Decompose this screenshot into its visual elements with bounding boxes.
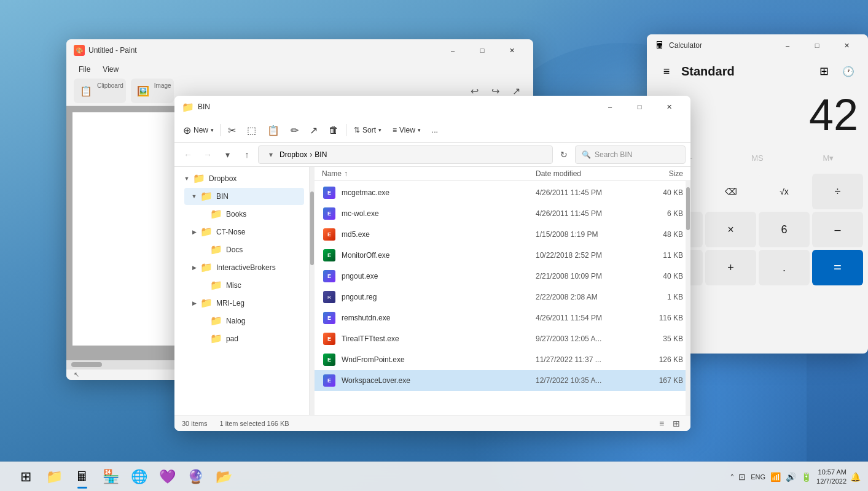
- explorer-share-button[interactable]: ↗: [305, 120, 323, 140]
- explorer-paste-button[interactable]: 📋: [262, 120, 284, 140]
- explorer-more-button[interactable]: ...: [427, 120, 443, 140]
- file-item-mcwol[interactable]: E mc-wol.exe 4/26/2011 11:45 PM 6 KB: [315, 203, 690, 224]
- calc-mem-dropdown-button[interactable]: M▾: [794, 147, 863, 169]
- explorer-view-button[interactable]: ≡ View ▾: [388, 120, 426, 140]
- exe-icon-mcgetmac: E: [323, 187, 335, 199]
- sidebar-item-ctnose[interactable]: ▶ 📁 CT-Nose: [184, 223, 304, 241]
- file-name-mcgetmac: mcgetmac.exe: [342, 188, 536, 197]
- taskbar-app-calculator[interactable]: 🖩: [69, 463, 96, 490]
- notification-icon[interactable]: 🔔: [850, 472, 861, 482]
- file-list-scrollbar[interactable]: [686, 181, 690, 415]
- store-taskbar-icon: 🏪: [103, 469, 119, 485]
- start-icon: ⊞: [20, 469, 31, 485]
- sidebar-item-dropbox[interactable]: ▼ 📁 Dropbox: [177, 170, 307, 187]
- refresh-button[interactable]: ↻: [555, 146, 573, 163]
- paint-maximize-button[interactable]: □: [468, 41, 496, 60]
- paint-menu-file[interactable]: File: [74, 64, 95, 75]
- file-item-pngreg[interactable]: R pngout.reg 2/22/2008 2:08 AM 1 KB: [315, 287, 690, 307]
- calc-equals-button[interactable]: =: [812, 250, 863, 285]
- sidebar-item-mrileg[interactable]: ▶ 📁 MRI-Leg: [184, 295, 304, 312]
- taskbar-clock[interactable]: 10:57 AM 12/7/2022: [816, 468, 846, 485]
- taskbar-app-store[interactable]: 🏪: [97, 463, 124, 490]
- tray-lang[interactable]: ENG: [749, 472, 767, 482]
- taskbar-app-6[interactable]: 🔮: [182, 463, 209, 490]
- sidebar-item-pad[interactable]: 📁 pad: [194, 330, 304, 347]
- nav-forward-button[interactable]: →: [199, 146, 216, 163]
- explorer-maximize-button[interactable]: □: [625, 97, 654, 117]
- sidebar-item-misc[interactable]: 📁 Misc: [194, 277, 304, 294]
- calc-divide-button[interactable]: ÷: [812, 174, 863, 209]
- new-dropdown-icon: ▾: [211, 127, 214, 133]
- wifi-icon[interactable]: 📶: [769, 471, 782, 483]
- column-name[interactable]: Name ↑: [322, 169, 536, 178]
- paint-menu-view[interactable]: View: [98, 64, 123, 75]
- calculator-mode-icon-button[interactable]: ⊞: [814, 61, 834, 81]
- sidebar-item-interactivebrokers[interactable]: ▶ 📁 InteractiveBrokers: [184, 259, 304, 276]
- calculator-minimize-button[interactable]: –: [773, 36, 802, 55]
- nav-dropdown-button[interactable]: ▾: [219, 146, 236, 163]
- calc-decimal-button[interactable]: .: [759, 250, 810, 285]
- column-date[interactable]: Date modified: [536, 169, 634, 178]
- calc-subtract-button[interactable]: –: [812, 212, 863, 247]
- view-details-btn[interactable]: ≡: [655, 417, 668, 430]
- calculator-maximize-button[interactable]: □: [803, 36, 831, 55]
- column-size[interactable]: Size: [634, 169, 683, 178]
- calculator-history-button[interactable]: 🕐: [839, 61, 858, 81]
- new-label: New: [194, 126, 208, 134]
- explorer-close-button[interactable]: ✕: [655, 97, 683, 117]
- file-item-md5[interactable]: E md5.exe 1/15/2008 1:19 PM 48 KB: [315, 224, 690, 245]
- explorer-minimize-button[interactable]: –: [596, 97, 624, 117]
- file-item-remshutdn[interactable]: E remshutdn.exe 4/26/2011 11:54 PM 116 K…: [315, 307, 690, 328]
- nav-up-button[interactable]: ↑: [238, 146, 256, 163]
- file-item-tirealtft[interactable]: E TirealTFTtest.exe 9/27/2003 12:05 A...…: [315, 328, 690, 349]
- address-dropdown-icon[interactable]: ▾: [265, 149, 277, 161]
- file-item-monitoroff[interactable]: E MonitorOff.exe 10/22/2018 2:52 PM 11 K…: [315, 245, 690, 266]
- paint-image-btn[interactable]: 🖼️: [133, 81, 153, 101]
- calc-sqrt-button[interactable]: √x: [759, 174, 810, 209]
- nav-back-button[interactable]: ←: [179, 146, 197, 163]
- paint-close-button[interactable]: ✕: [498, 41, 526, 60]
- explorer-new-button[interactable]: ⊕ New ▾: [179, 120, 217, 140]
- tray-chevron[interactable]: ^: [730, 472, 735, 481]
- sidebar-item-books[interactable]: 📁 Books: [194, 206, 304, 223]
- file-icon-monitoroff: E: [322, 248, 337, 263]
- calculator-close-button[interactable]: ✕: [832, 36, 861, 55]
- file-item-workspacelover[interactable]: E WorkspaceLover.exe 12/7/2022 10:35 A..…: [315, 370, 690, 391]
- explorer-copy-button[interactable]: ⬚: [242, 120, 261, 140]
- file-item-mcgetmac[interactable]: E mcgetmac.exe 4/26/2011 11:45 PM 40 KB: [315, 182, 690, 203]
- taskbar-app-vs[interactable]: 💜: [154, 463, 181, 490]
- sidebar-label-misc: Misc: [226, 281, 299, 290]
- address-box[interactable]: ▾ Dropbox › BIN: [258, 145, 553, 164]
- battery-icon[interactable]: 🔋: [800, 471, 813, 483]
- taskbar-app-filemanager[interactable]: 📂: [210, 463, 237, 490]
- sidebar-item-docs[interactable]: 📁 Docs: [194, 241, 304, 258]
- calc-multiply-button[interactable]: ×: [705, 212, 756, 247]
- paint-minimize-button[interactable]: –: [439, 41, 467, 60]
- taskbar-app-explorer[interactable]: 📁: [41, 463, 68, 490]
- taskbar-app-edge[interactable]: 🌐: [125, 463, 152, 490]
- volume-icon[interactable]: 🔊: [784, 471, 797, 483]
- sidebar-item-nalog[interactable]: 📁 Nalog: [194, 312, 304, 330]
- tray-multitasking[interactable]: ⊡: [737, 471, 747, 483]
- taskbar-start-button[interactable]: ⊞: [12, 463, 39, 490]
- file-date-wndfrompoint: 11/27/2022 11:37 ...: [536, 355, 634, 364]
- file-item-wndfrompoint[interactable]: E WndFromPoint.exe 11/27/2022 11:37 ... …: [315, 349, 690, 370]
- sidebar-item-bin[interactable]: ▼ 📁 BIN: [184, 188, 304, 205]
- sidebar-scrollbar[interactable]: [310, 167, 315, 415]
- file-date-pngout: 2/21/2008 10:09 PM: [536, 272, 634, 280]
- calc-add-button[interactable]: +: [705, 250, 756, 285]
- explorer-sort-button[interactable]: ⇅ Sort ▾: [349, 120, 386, 140]
- view-tiles-btn[interactable]: ⊞: [670, 417, 683, 430]
- calc-backspace-button[interactable]: ⌫: [705, 174, 756, 209]
- file-item-pngout[interactable]: E pngout.exe 2/21/2008 10:09 PM 40 KB: [315, 266, 690, 287]
- image-label-wrap: Image: [154, 81, 171, 101]
- calc-mem-store-button[interactable]: MS: [722, 147, 792, 169]
- search-box[interactable]: 🔍 Search BIN: [575, 145, 686, 164]
- explorer-delete-button[interactable]: 🗑: [324, 120, 343, 140]
- explorer-cut-button[interactable]: ✂: [223, 120, 241, 140]
- paint-clipboard-btn[interactable]: 📋: [76, 81, 96, 101]
- calculator-menu-button[interactable]: ≡: [657, 61, 676, 81]
- explorer-rename-button[interactable]: ✏: [286, 120, 303, 140]
- file-size-pngout: 40 KB: [634, 272, 683, 280]
- calc-6-button[interactable]: 6: [759, 212, 810, 247]
